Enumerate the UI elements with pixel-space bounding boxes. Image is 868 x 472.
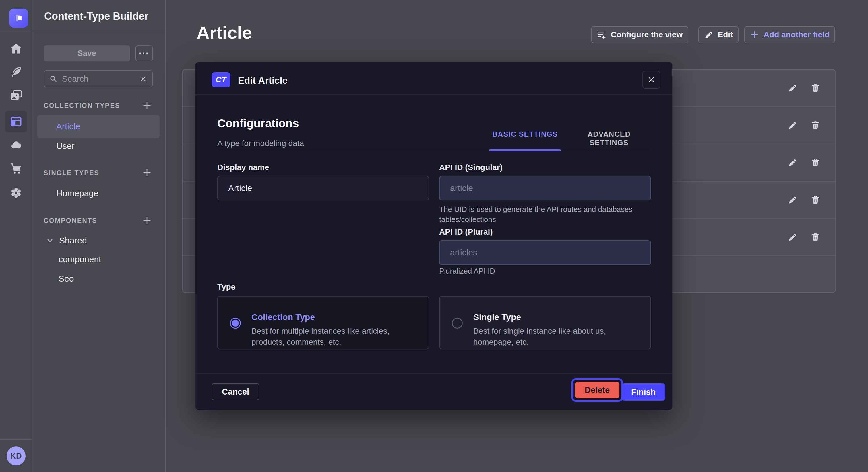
section-collection-types: COLLECTION TYPES	[43, 102, 120, 109]
api-id-singular-label: API ID (Singular)	[439, 163, 503, 172]
api-id-plural-hint: Pluralized API ID	[439, 266, 657, 276]
component-group-shared[interactable]: Shared	[46, 236, 87, 245]
close-icon	[648, 76, 655, 83]
api-id-singular-field	[439, 176, 651, 200]
plus-icon	[142, 215, 152, 225]
strapi-logo-icon	[13, 12, 24, 24]
single-type-description: Best for single instance like about us, …	[473, 326, 646, 347]
rail-item-home[interactable]	[5, 38, 27, 60]
cloud-icon	[10, 138, 22, 151]
sidebar-item-component[interactable]: component	[59, 255, 101, 264]
add-another-field-label: Add another field	[764, 30, 830, 39]
single-type-title: Single Type	[473, 312, 521, 322]
plugin-title: Content-Type Builder	[44, 10, 148, 22]
rail-item-settings[interactable]	[5, 182, 27, 204]
page-title: Article	[197, 22, 252, 43]
section-components: COMPONENTS	[43, 217, 97, 225]
row-delete-button[interactable]	[808, 118, 823, 133]
tab-advanced-settings[interactable]: ADVANCED SETTINGS	[567, 130, 651, 147]
edit-button[interactable]: Edit	[699, 26, 739, 43]
search-input[interactable]	[61, 74, 135, 84]
row-edit-button[interactable]	[785, 156, 800, 170]
modal-title: Edit Article	[238, 75, 288, 86]
edit-content-type-modal: CT Edit Article Configurations A type fo…	[195, 62, 672, 410]
media-library-icon	[10, 89, 22, 102]
delete-button[interactable]: Delete	[575, 382, 619, 398]
configurations-subtitle: A type for modeling data	[217, 139, 304, 148]
user-avatar[interactable]: KD	[7, 446, 26, 465]
rail-item-content-type-builder[interactable]	[5, 111, 27, 133]
plus-icon	[142, 100, 152, 110]
display-name-input[interactable]	[218, 183, 429, 193]
rail-item-deploy-cloud[interactable]	[5, 134, 27, 156]
collection-type-title: Collection Type	[251, 312, 315, 322]
strapi-logo[interactable]	[9, 9, 28, 28]
plus-icon	[142, 168, 152, 177]
search-icon	[50, 75, 57, 83]
sidebar-item-homepage[interactable]: Homepage	[56, 189, 98, 198]
configure-view-label: Configure the view	[611, 30, 683, 39]
add-another-field-button[interactable]: Add another field	[744, 26, 835, 43]
gear-icon	[10, 187, 22, 199]
row-edit-button[interactable]	[785, 81, 800, 95]
tabs-divider	[217, 150, 651, 151]
row-delete-button[interactable]	[808, 81, 823, 95]
delete-button-focus-ring: Delete	[571, 378, 623, 402]
cart-icon	[10, 162, 22, 175]
sidebar-item-user[interactable]: User	[56, 141, 74, 151]
add-single-type-button[interactable]	[141, 166, 153, 179]
rail-divider-bottom	[0, 439, 32, 440]
rail-divider	[0, 32, 32, 32]
collection-type-card[interactable]: Collection Type Best for multiple instan…	[217, 296, 429, 349]
sidebar-item-seo[interactable]: Seo	[59, 274, 74, 283]
row-edit-button[interactable]	[785, 230, 800, 244]
more-actions-button[interactable]: ···	[135, 45, 153, 61]
content-type-builder-app: KD Content-Type Builder Save ··· COLLECT…	[0, 0, 868, 472]
chevron-down-icon	[46, 237, 54, 245]
selected-item-highlight	[37, 115, 160, 138]
api-id-singular-input	[440, 183, 650, 193]
row-delete-button[interactable]	[808, 230, 823, 244]
display-name-field[interactable]	[217, 176, 429, 200]
search-box	[43, 70, 153, 88]
plugin-header-divider	[32, 32, 166, 32]
single-type-radio[interactable]	[452, 318, 463, 329]
rail-item-content-manager[interactable]	[5, 61, 27, 82]
api-id-singular-hint: The UID is used to generate the API rout…	[439, 204, 657, 225]
collection-type-description: Best for multiple instances like article…	[251, 326, 424, 347]
api-id-plural-field	[439, 240, 651, 265]
active-tab-underline	[489, 149, 561, 151]
save-button[interactable]: Save	[43, 45, 130, 61]
add-component-button[interactable]	[141, 214, 153, 227]
row-delete-button[interactable]	[808, 156, 823, 170]
modal-close-button[interactable]	[642, 71, 660, 89]
modal-header-divider	[195, 94, 672, 95]
user-initials: KD	[10, 452, 22, 461]
cancel-button[interactable]: Cancel	[212, 383, 259, 400]
rail-item-marketplace[interactable]	[5, 158, 27, 179]
edit-label: Edit	[718, 30, 733, 39]
api-id-plural-input	[440, 248, 650, 258]
add-collection-type-button[interactable]	[141, 99, 153, 111]
content-type-badge-label: CT	[216, 75, 226, 84]
tab-basic-settings[interactable]: BASIC SETTINGS	[489, 130, 561, 138]
home-icon	[10, 42, 22, 55]
pencil-icon	[704, 30, 713, 39]
plus-icon	[750, 30, 759, 39]
configure-view-button[interactable]: Configure the view	[591, 26, 688, 43]
modal-footer-divider	[195, 373, 672, 374]
component-group-label: Shared	[59, 236, 87, 245]
finish-button[interactable]: Finish	[621, 383, 665, 401]
clear-search-icon[interactable]	[140, 75, 147, 82]
section-single-types: SINGLE TYPES	[43, 169, 99, 177]
configurations-title: Configurations	[217, 117, 299, 130]
rail-item-media-library[interactable]	[5, 85, 27, 106]
content-type-badge: CT	[212, 72, 230, 87]
configure-list-icon	[597, 30, 606, 39]
row-edit-button[interactable]	[785, 118, 800, 133]
sidebar-item-article[interactable]: Article	[56, 122, 80, 131]
single-type-card[interactable]: Single Type Best for single instance lik…	[439, 296, 651, 349]
collection-type-radio[interactable]	[230, 318, 241, 329]
row-edit-button[interactable]	[785, 193, 800, 207]
row-delete-button[interactable]	[808, 193, 823, 207]
